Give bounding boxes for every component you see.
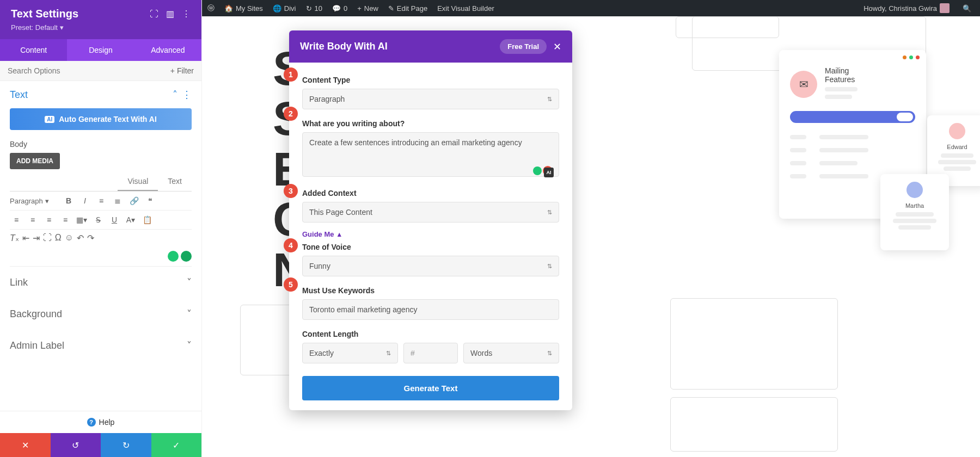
paste-icon[interactable]: 📋 [140,214,154,226]
undo-icon[interactable]: ↶ [77,233,84,243]
add-media-button[interactable]: ADD MEDIA [10,153,60,169]
search-icon[interactable]: 🔍 [959,1,975,16]
tab-design[interactable]: Design [67,39,134,61]
editor-tab-visual[interactable]: Visual [118,172,158,191]
columns-icon[interactable]: ▥ [166,9,174,19]
section-more-icon[interactable]: ⋮ [182,89,192,101]
align-left-icon[interactable]: ≡ [10,214,23,226]
table-icon[interactable]: ▦▾ [75,214,88,226]
grammarly-icon[interactable] [533,166,542,175]
section-text-label: Text [10,89,28,101]
annotation-3: 3 [284,184,298,198]
ai-modal: Write Body With AI Free Trial ✕ Content … [289,30,572,410]
chevron-down-icon: ˅ [187,339,192,351]
quote-icon[interactable]: ❝ [144,195,157,207]
filter-button[interactable]: + Filter [170,66,194,75]
collapse-icon[interactable]: ˄ [173,89,177,101]
paragraph-select[interactable]: Paragraph ▾ [10,195,59,207]
length-number-input[interactable]: # [403,343,458,363]
label-tone: Tone of Voice [302,243,559,251]
section-background[interactable]: Background˅ [10,298,192,330]
outdent-icon[interactable]: ⇤ [22,233,29,243]
bg-rect [670,397,838,452]
howdy-user[interactable]: Howdy, Christina Gwira [863,3,950,13]
help-label: Help [99,418,115,427]
chevron-updown-icon: ⇅ [386,350,391,357]
preset-dropdown[interactable]: Preset: Default ▾ [11,23,191,32]
comments[interactable]: 💬 0 [332,4,347,13]
settings-sidebar: Text Settings ⛶ ▥ ⋮ Preset: Default ▾ Co… [0,0,201,457]
omega-icon[interactable]: Ω [55,233,62,243]
avatar-icon [949,123,965,139]
action-bar: ✕ ↺ ↻ ✓ [0,433,201,457]
link-icon[interactable]: 🔗 [127,195,140,207]
expand-icon[interactable]: ⛶ [150,9,158,19]
discard-button[interactable]: ✕ [0,433,51,457]
bold-icon[interactable]: B [62,195,75,207]
free-trial-badge[interactable]: Free Trial [500,39,547,54]
number-list-icon[interactable]: ≣ [111,195,124,207]
keywords-input[interactable]: Toronto email marketing agency [302,299,559,320]
label-length: Content Length [302,330,559,338]
my-sites[interactable]: 🏠 My Sites [224,4,263,13]
label-keywords: Must Use Keywords [302,286,559,295]
tone-select[interactable]: Funny⇅ [302,256,559,276]
search-input[interactable] [8,66,170,75]
underline-icon[interactable]: U [108,214,121,226]
mock-person-card: Martha [880,174,949,250]
bg-rect [670,298,838,390]
section-text[interactable]: Text ˄ ⋮ [10,81,192,108]
length-unit-select[interactable]: Words⇅ [463,343,559,363]
generate-button[interactable]: Generate Text [302,376,559,400]
align-center-icon[interactable]: ≡ [26,214,39,226]
redo-button[interactable]: ↻ [101,433,151,457]
align-right-icon[interactable]: ≡ [42,214,56,226]
clear-format-icon[interactable]: Tₓ [10,233,19,243]
comments-count: 0 [344,4,347,13]
align-justify-icon[interactable]: ≡ [59,214,72,226]
chevron-down-icon: ˅ [187,276,192,288]
wp-logo-icon[interactable]: ⓦ [207,3,215,13]
edit-page[interactable]: ✎ Edit Page [388,4,427,13]
filter-label: Filter [177,66,194,75]
section-admin-label[interactable]: Admin Label˅ [10,330,192,361]
site-divi[interactable]: 🌐 Divi [273,4,296,13]
bullet-list-icon[interactable]: ≡ [95,195,108,207]
updates[interactable]: ↻ 10 [306,4,322,13]
text-color-icon[interactable]: A▾ [124,214,137,226]
new-content[interactable]: + New [357,4,378,13]
search-row: + Filter [0,61,201,81]
close-icon[interactable]: ✕ [553,41,561,53]
grammarly-widget[interactable] [10,246,192,266]
tab-content[interactable]: Content [0,39,67,61]
emoji-icon[interactable]: ☺ [65,233,74,243]
indent-icon[interactable]: ⇥ [33,233,40,243]
content-type-select[interactable]: Paragraph⇅ [302,89,559,109]
exit-visual-builder[interactable]: Exit Visual Builder [437,4,494,13]
tab-advanced[interactable]: Advanced [134,39,201,61]
italic-icon[interactable]: I [78,195,91,207]
ai-badge-icon: AI [45,116,54,123]
guide-me-toggle[interactable]: Guide Me ▴ [302,230,341,238]
strike-icon[interactable]: S̶ [91,214,105,226]
ai-inline-badge[interactable]: AI [544,168,554,177]
length-mode-select[interactable]: Exactly⇅ [302,343,398,363]
avatar-icon [940,3,950,13]
my-sites-label: My Sites [236,4,263,13]
context-select[interactable]: This Page Content⇅ [302,202,559,223]
redo-icon[interactable]: ↷ [87,233,94,243]
undo-button[interactable]: ↺ [51,433,101,457]
chevron-updown-icon: ⇅ [547,263,552,270]
fullscreen-icon[interactable]: ⛶ [43,233,52,243]
new-label: New [364,4,378,13]
sidebar-title: Text Settings [11,8,78,20]
about-textarea[interactable] [302,132,559,177]
auto-generate-button[interactable]: AI Auto Generate Text With AI [10,108,192,130]
mock-name: Edward [935,144,979,150]
save-button[interactable]: ✓ [151,433,202,457]
editor-tab-text[interactable]: Text [158,172,192,191]
help-link[interactable]: ?Help [0,411,201,433]
section-link[interactable]: Link˅ [10,267,192,298]
more-icon[interactable]: ⋮ [182,9,191,19]
annotation-2: 2 [284,107,298,121]
